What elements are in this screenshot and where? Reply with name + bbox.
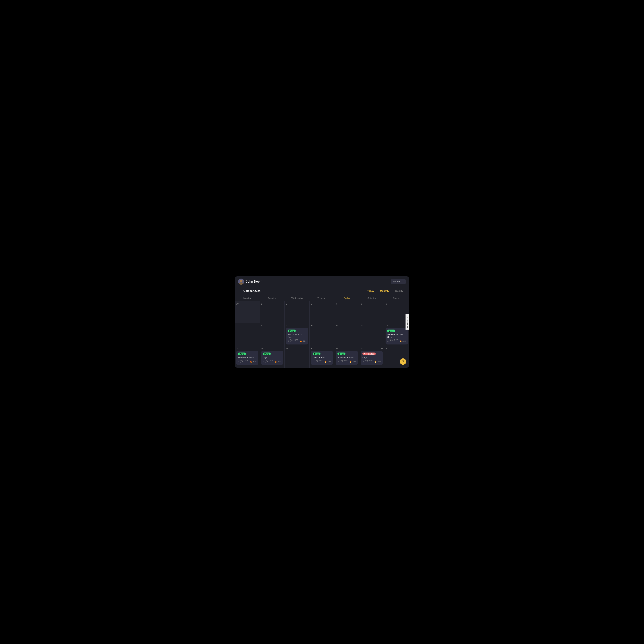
cell-15[interactable]: 15 Done Legs ⚖ 0kg · RPE / · 🔥 80% bbox=[260, 346, 285, 368]
fire-icon-19: 🔥 bbox=[374, 361, 377, 363]
meta-text-17: 0kg · RPE / · bbox=[315, 360, 324, 364]
cell-12[interactable]: 12 bbox=[359, 323, 384, 346]
meta-text-13: 0kg · RPE / · bbox=[390, 339, 399, 343]
week-2: 7 8 9 Done Workout for Thu Se... ⚖ 0kg ·… bbox=[235, 323, 409, 346]
badge-done-9: Done bbox=[288, 330, 296, 332]
date-15: 15 bbox=[261, 347, 283, 350]
workout-card-18[interactable]: Done Shoulder + Arms ⚖ 0kg · RPE / · 🔥 8… bbox=[336, 351, 358, 365]
cell-16[interactable]: 16 bbox=[285, 346, 310, 368]
nav-bar: ‹ October 2024 › Today Monthly Weekly bbox=[235, 287, 409, 295]
cell-4[interactable]: 4 bbox=[334, 301, 359, 323]
meta-text-14: 0kg · RPE / · bbox=[240, 360, 249, 364]
date-20: 20 bbox=[386, 347, 408, 350]
cell-17[interactable]: 17 Done Chest + Back ⚖ 0kg · RPE / · 🔥 8… bbox=[310, 346, 335, 368]
header-monday: Monday bbox=[235, 295, 260, 301]
date-13: 13 bbox=[386, 324, 408, 327]
workout-meta-19: ⚖ 0kg · RPE / · 🔥 80% bbox=[362, 360, 381, 364]
fire-icon-17: 🔥 bbox=[325, 361, 327, 363]
view-options: Monthly Weekly bbox=[377, 289, 406, 293]
workout-card-17[interactable]: Done Chest + Back ⚖ 0kg · RPE / · 🔥 80% bbox=[311, 351, 333, 365]
badge-done-18: Done bbox=[337, 353, 345, 355]
cell-14[interactable]: 14 Done Shoulder + Arms ⚖ 0kg · RPE / · … bbox=[235, 346, 260, 368]
cell-18[interactable]: 18 Done Shoulder + Arms ⚖ 0kg · RPE / · … bbox=[334, 346, 359, 368]
date-14: 14 bbox=[236, 347, 258, 350]
date-16: 16 bbox=[286, 347, 308, 350]
cell-19[interactable]: 19 + Not Started Legs ⚖ 0kg · RPE / · 🔥 … bbox=[359, 346, 384, 368]
workout-title-14: Shoulder + Arms bbox=[238, 356, 257, 359]
date-6: 6 bbox=[386, 303, 408, 305]
cell-9[interactable]: 9 Done Workout for Thu Se... ⚖ 0kg · RPE… bbox=[285, 323, 310, 346]
workout-title-19: Legs bbox=[362, 356, 381, 359]
weight-icon-19: ⚖ bbox=[362, 361, 364, 363]
badge-done-13: Done bbox=[387, 330, 395, 332]
fire-icon-9: 🔥 bbox=[300, 340, 302, 342]
pct-18: 80% bbox=[353, 361, 356, 363]
cell-1[interactable]: 1 bbox=[260, 301, 285, 323]
pct-15: 80% bbox=[278, 361, 281, 363]
header-saturday: Saturday bbox=[359, 295, 384, 301]
weight-icon-14: ⚖ bbox=[238, 361, 239, 363]
workout-card-9[interactable]: Done Workout for Thu Se... ⚖ 0kg · RPE /… bbox=[286, 328, 308, 344]
add-workout-button-19[interactable]: + bbox=[381, 347, 383, 350]
cell-11[interactable]: 11 bbox=[334, 323, 359, 346]
badge-not-started-19: Not Started bbox=[362, 353, 376, 355]
cell-20[interactable]: 20 bbox=[384, 346, 409, 368]
cell-30[interactable]: 30 bbox=[235, 301, 260, 323]
weight-icon-9: ⚖ bbox=[288, 340, 289, 342]
workout-meta-13: ⚖ 0kg · RPE / · 🔥 80% bbox=[387, 339, 406, 343]
cell-8[interactable]: 8 bbox=[260, 323, 285, 346]
badge-done-17: Done bbox=[313, 353, 321, 355]
workout-card-19[interactable]: Not Started Legs ⚖ 0kg · RPE / · 🔥 80% bbox=[361, 351, 383, 365]
next-month-button[interactable]: › bbox=[360, 289, 364, 293]
meta-text-19: 0kg · RPE / · bbox=[365, 360, 374, 364]
cell-2[interactable]: 2 bbox=[285, 301, 310, 323]
help-button[interactable]: ? bbox=[400, 358, 406, 365]
date-18: 18 bbox=[336, 347, 358, 350]
fire-icon-15: 🔥 bbox=[275, 361, 277, 363]
pct-9: 80% bbox=[303, 340, 306, 342]
group-chevron-icon: ⌄ bbox=[402, 280, 404, 283]
weekly-view-button[interactable]: Weekly bbox=[392, 289, 406, 293]
fire-icon-14: 🔥 bbox=[250, 361, 252, 363]
date-9: 9 bbox=[286, 324, 308, 327]
pct-17: 80% bbox=[328, 361, 331, 363]
date-7: 7 bbox=[236, 324, 258, 327]
feedback-tab[interactable]: FEEDBACK bbox=[406, 314, 409, 330]
header-thursday: Thursday bbox=[310, 295, 335, 301]
group-select[interactable]: Testers ⌄ bbox=[391, 279, 406, 284]
workout-title-9: Workout for Thu Se... bbox=[288, 333, 306, 338]
weight-icon-13: ⚖ bbox=[387, 340, 389, 342]
meta-text-15: 0kg · RPE / · bbox=[265, 360, 274, 364]
date-10: 10 bbox=[311, 324, 333, 327]
cell-10[interactable]: 10 bbox=[310, 323, 335, 346]
week-3: 14 Done Shoulder + Arms ⚖ 0kg · RPE / · … bbox=[235, 346, 409, 368]
workout-title-13: Workout for Thu Se... bbox=[387, 333, 406, 338]
calendar: Monday Tuesday Wednesday Thursday Friday… bbox=[235, 295, 409, 368]
workout-card-14[interactable]: Done Shoulder + Arms ⚖ 0kg · RPE / · 🔥 8… bbox=[236, 351, 258, 365]
cell-3[interactable]: 3 bbox=[310, 301, 335, 323]
date-30: 30 bbox=[236, 303, 258, 305]
workout-card-13[interactable]: Done Workout for Thu Se... ⚖ 0kg · RPE /… bbox=[386, 328, 408, 344]
user-name-label: John Doe bbox=[246, 280, 260, 283]
workout-card-15[interactable]: Done Legs ⚖ 0kg · RPE / · 🔥 80% bbox=[261, 351, 283, 365]
monthly-view-button[interactable]: Monthly bbox=[377, 289, 392, 293]
pct-14: 80% bbox=[253, 361, 257, 363]
prev-month-button[interactable]: ‹ bbox=[238, 289, 242, 293]
header: John Doe ˅ Testers ⌄ bbox=[235, 276, 409, 287]
fire-icon-18: 🔥 bbox=[350, 361, 352, 363]
svg-point-0 bbox=[240, 280, 243, 282]
badge-done-14: Done bbox=[238, 353, 246, 355]
meta-text-18: 0kg · RPE / · bbox=[340, 360, 349, 364]
workout-meta-9: ⚖ 0kg · RPE / · 🔥 80% bbox=[288, 339, 306, 343]
user-info[interactable]: John Doe ˅ bbox=[238, 279, 262, 285]
workout-title-15: Legs bbox=[263, 356, 282, 359]
date-1: 1 bbox=[261, 303, 283, 305]
date-2: 2 bbox=[286, 303, 308, 305]
workout-meta-17: ⚖ 0kg · RPE / · 🔥 80% bbox=[313, 360, 331, 364]
cell-5[interactable]: 5 bbox=[359, 301, 384, 323]
date-3: 3 bbox=[311, 303, 333, 305]
cell-7[interactable]: 7 bbox=[235, 323, 260, 346]
today-button[interactable]: Today bbox=[366, 289, 376, 293]
header-wednesday: Wednesday bbox=[285, 295, 310, 301]
avatar bbox=[238, 279, 244, 285]
